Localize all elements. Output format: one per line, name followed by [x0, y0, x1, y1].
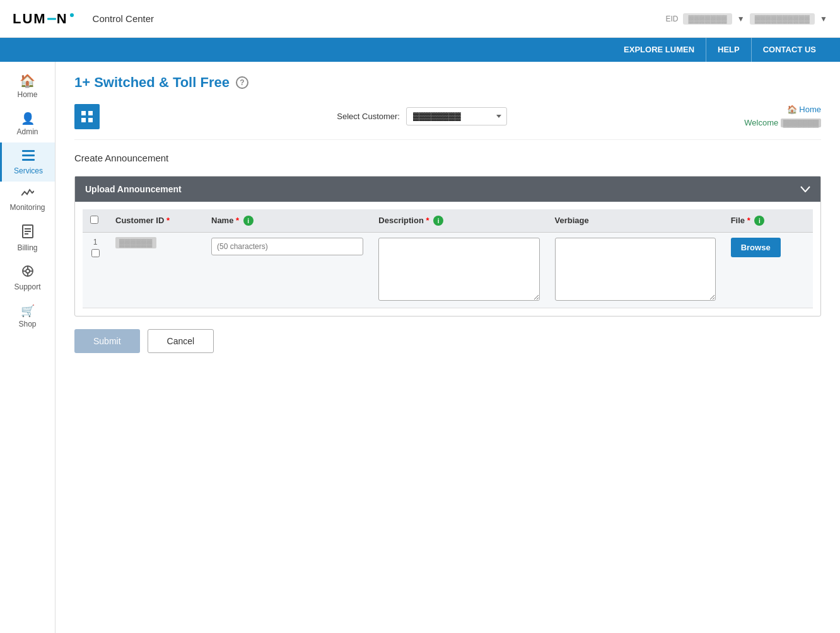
- file-required: *: [747, 216, 750, 225]
- nav-help[interactable]: HELP: [706, 38, 752, 62]
- billing-icon: [22, 224, 33, 241]
- services-icon: [22, 149, 35, 165]
- svg-rect-14: [88, 111, 93, 115]
- th-customer-id-label: Customer ID: [115, 216, 164, 225]
- th-name: Name * i: [204, 209, 371, 233]
- main-content: 1+ Switched & Toll Free ? Select Custome…: [55, 62, 840, 633]
- svg-rect-15: [81, 118, 86, 122]
- customer-id-required: *: [166, 216, 170, 225]
- svg-rect-16: [88, 118, 93, 122]
- section-title: Create Announcement: [74, 153, 821, 163]
- app-title: Control Center: [93, 13, 155, 24]
- home-link-text: Home: [799, 105, 821, 114]
- upload-panel-body: Customer ID * Name * i Description *: [75, 202, 820, 316]
- td-name: [204, 233, 371, 308]
- cancel-button[interactable]: Cancel: [148, 329, 214, 353]
- customer-dropdown[interactable]: ▓▓▓▓▓▓▓▓: [406, 107, 507, 125]
- description-info-badge[interactable]: i: [433, 216, 443, 226]
- home-link[interactable]: 🏠 Home: [744, 103, 821, 117]
- th-verbiage-label: Verbiage: [555, 216, 589, 225]
- name-info-badge[interactable]: i: [243, 216, 254, 226]
- description-textarea[interactable]: [378, 238, 539, 301]
- shop-icon: 🛒: [21, 304, 35, 318]
- th-file-label: File: [731, 216, 745, 225]
- welcome-link[interactable]: Welcome ▓▓▓▓▓▓▓: [744, 117, 821, 130]
- nav-explore-lumen[interactable]: EXPLORE LUMEN: [612, 38, 706, 62]
- td-row-num: 1: [83, 233, 108, 308]
- description-required: *: [426, 216, 429, 225]
- file-info-badge[interactable]: i: [754, 216, 764, 226]
- upload-panel: Upload Announcement Customer ID: [74, 176, 821, 317]
- td-customer-id: ▓▓▓▓▓▓: [108, 233, 204, 308]
- sidebar-item-shop[interactable]: 🛒 Shop: [0, 298, 55, 335]
- blue-grid-icon: [74, 104, 100, 129]
- sidebar-item-billing[interactable]: Billing: [0, 218, 55, 258]
- th-description-label: Description: [378, 216, 424, 225]
- th-file: File * i: [723, 209, 813, 233]
- td-file: Browse: [723, 233, 813, 308]
- th-verbiage: Verbiage: [547, 209, 723, 233]
- sidebar-item-support[interactable]: Support: [0, 258, 55, 298]
- nav-contact-us[interactable]: CONTACT US: [752, 38, 827, 62]
- buttons-row: Submit Cancel: [74, 329, 821, 353]
- upload-panel-title: Upload Announcement: [85, 184, 182, 194]
- sidebar-item-monitoring[interactable]: Monitoring: [0, 182, 55, 218]
- select-all-checkbox[interactable]: [90, 216, 98, 224]
- home-icon: 🏠: [20, 73, 35, 88]
- sidebar-label-admin: Admin: [16, 127, 38, 136]
- collapse-icon[interactable]: [800, 184, 810, 194]
- welcome-user: ▓▓▓▓▓▓▓: [781, 119, 821, 127]
- sidebar-item-services[interactable]: Services: [0, 142, 55, 182]
- logo: LUM N: [13, 11, 74, 27]
- name-required: *: [236, 216, 239, 225]
- sidebar-label-shop: Shop: [18, 320, 36, 328]
- main-layout: 🏠 Home 👤 Admin Services Monitoring Billi…: [0, 62, 840, 633]
- svg-rect-2: [22, 159, 35, 161]
- row-number: 1: [90, 238, 100, 247]
- td-verbiage: [547, 233, 723, 308]
- page-title: 1+ Switched & Toll Free: [74, 74, 230, 91]
- table-header-row: Customer ID * Name * i Description *: [83, 209, 813, 233]
- table-row: 1 ▓▓▓▓▓▓: [83, 233, 813, 308]
- admin-icon: 👤: [21, 112, 35, 125]
- eid-value: ▓▓▓▓▓▓▓: [683, 13, 732, 25]
- support-icon: [21, 265, 34, 281]
- welcome-text: Welcome: [744, 118, 778, 127]
- top-right-links: 🏠 Home Welcome ▓▓▓▓▓▓▓: [744, 103, 821, 130]
- top-header: LUM N Control Center EID ▓▓▓▓▓▓▓ ▼ ▓▓▓▓▓…: [0, 0, 840, 38]
- page-title-row: 1+ Switched & Toll Free ?: [74, 74, 821, 91]
- sidebar-label-monitoring: Monitoring: [9, 203, 45, 212]
- eid-label: EID: [665, 15, 678, 23]
- row-checkbox[interactable]: [91, 249, 100, 257]
- sidebar-label-home: Home: [17, 90, 37, 99]
- verbiage-textarea[interactable]: [555, 238, 716, 301]
- sidebar-item-home[interactable]: 🏠 Home: [0, 67, 55, 105]
- home-link-icon: 🏠: [787, 105, 797, 114]
- svg-rect-1: [22, 154, 35, 156]
- svg-rect-13: [81, 111, 86, 115]
- sidebar-label-services: Services: [14, 166, 43, 175]
- sidebar: 🏠 Home 👤 Admin Services Monitoring Billi…: [0, 62, 55, 633]
- help-icon[interactable]: ?: [236, 76, 248, 89]
- upload-panel-header: Upload Announcement: [75, 177, 820, 202]
- sidebar-item-admin[interactable]: 👤 Admin: [0, 105, 55, 142]
- monitoring-icon: [21, 188, 34, 201]
- browse-button[interactable]: Browse: [731, 238, 781, 257]
- user-dropdown-arrow[interactable]: ▼: [820, 15, 827, 23]
- svg-rect-0: [22, 150, 35, 152]
- sidebar-label-support: Support: [14, 282, 40, 291]
- user-value: ▓▓▓▓▓▓▓▓▓▓: [750, 13, 815, 25]
- sidebar-label-billing: Billing: [17, 243, 37, 252]
- submit-button[interactable]: Submit: [74, 329, 140, 353]
- th-description: Description * i: [371, 209, 547, 233]
- customer-id-value: ▓▓▓▓▓▓: [115, 237, 156, 248]
- name-input[interactable]: [211, 238, 363, 255]
- blue-nav: EXPLORE LUMEN HELP CONTACT US: [0, 38, 840, 62]
- eid-dropdown-arrow[interactable]: ▼: [737, 15, 745, 23]
- td-description: [371, 233, 547, 308]
- customer-selector: Select Customer: ▓▓▓▓▓▓▓▓: [337, 107, 507, 125]
- select-customer-label: Select Customer:: [337, 112, 400, 121]
- th-name-label: Name: [211, 216, 233, 225]
- customer-row: Select Customer: ▓▓▓▓▓▓▓▓ 🏠 Home Welcome…: [74, 103, 821, 140]
- announcement-table: Customer ID * Name * i Description *: [83, 209, 813, 309]
